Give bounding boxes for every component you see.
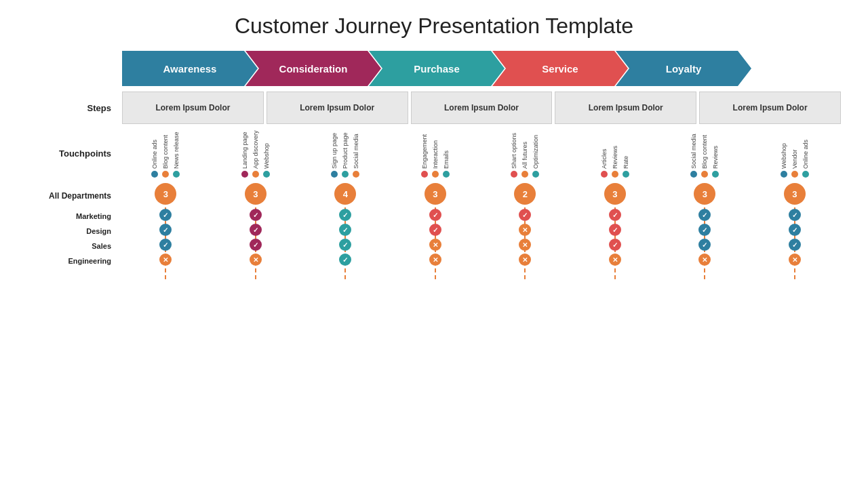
check-icon-4-2: ✕ (519, 239, 531, 251)
tp-item-1-0: Landing page (241, 128, 248, 178)
dept-col-6: 3✓✓✓✕ (661, 183, 749, 268)
tp-dot-3-1 (432, 171, 439, 178)
main-content: Awareness Consideration Purchase Service… (27, 51, 841, 268)
tp-item-7-0: Webshop (781, 128, 787, 178)
slide-title: Customer Journey Presentation Template (235, 14, 633, 39)
tp-dot-4-1 (521, 171, 528, 178)
tp-item-1-1: App discovery (252, 128, 259, 178)
tp-dot-7-1 (791, 171, 798, 178)
check-icon-2-2: ✓ (339, 239, 351, 251)
marketing-label: Marketing (76, 209, 111, 224)
tp-item-4-0: Shart options (511, 128, 517, 178)
dept-number-2: 4 (334, 183, 356, 205)
stage-awareness: Awareness (122, 51, 258, 86)
check-icon-2-1: ✓ (339, 224, 351, 236)
tp-item-4-2: Optimization (532, 128, 539, 178)
check-icon-0-2: ✓ (159, 239, 172, 251)
tp-group-1: Landing pageApp discoveryWebshop (212, 128, 300, 182)
check-icon-6-0: ✓ (698, 209, 711, 221)
check-icon-4-3: ✕ (519, 253, 531, 266)
dept-number-6: 3 (694, 183, 715, 205)
tp-dot-5-1 (612, 171, 618, 178)
tp-group-3: EngagementInteractionEmails (392, 128, 479, 182)
touchpoints-label: Touchpoints (27, 128, 122, 159)
dept-number-4: 2 (514, 183, 536, 205)
check-icon-1-1: ✓ (250, 224, 262, 236)
tp-dot-3-0 (421, 171, 428, 178)
stage-consideration: Consideration (245, 51, 381, 86)
step-cell-3: Lorem Ipsum Dolor (411, 92, 553, 124)
steps-label: Steps (27, 103, 122, 113)
tp-dot-1-0 (241, 171, 248, 178)
lower-data-cols: 3✓✓✓✕3✓✓✓✕4✓✓✓✓3✓✓✕✕2✓✕✕✕3✓✓✓✕3✓✓✓✕3✓✓✓✕ (122, 183, 841, 268)
steps-cells: Lorem Ipsum Dolor Lorem Ipsum Dolor Lore… (122, 92, 841, 124)
tp-item-0-2: News release (173, 128, 180, 178)
check-icon-1-3: ✕ (250, 253, 262, 266)
check-icon-2-3: ✓ (339, 253, 351, 266)
check-icon-5-3: ✕ (609, 253, 621, 266)
tp-item-7-2: Online ads (802, 128, 809, 178)
stage-purchase: Purchase (369, 51, 505, 86)
tp-item-6-1: Blog content (701, 128, 708, 178)
tp-dot-4-0 (511, 171, 517, 178)
tp-item-2-2: Social media (353, 128, 359, 178)
check-icon-7-2: ✓ (789, 239, 801, 251)
check-icon-6-2: ✓ (698, 239, 711, 251)
dept-col-2: 4✓✓✓✓ (302, 183, 389, 268)
dept-number-3: 3 (425, 183, 446, 205)
tp-dot-7-0 (781, 171, 787, 178)
tp-group-5: ArticlesReviewsRate (572, 128, 659, 182)
check-icon-5-0: ✓ (609, 209, 621, 221)
tp-group-7: WebshopVendorOnline ads (751, 128, 839, 182)
step-cell-1: Lorem Ipsum Dolor (122, 92, 264, 124)
tp-dot-0-1 (162, 171, 169, 178)
dept-number-0: 3 (155, 183, 176, 205)
tp-item-3-1: Interaction (432, 128, 439, 178)
dept-labels-col: All Departments Marketing Design Sales E… (27, 183, 122, 268)
dept-col-3: 3✓✓✕✕ (392, 183, 479, 268)
tp-group-6: Social mediaBlog contentReviews (661, 128, 749, 182)
dept-col-4: 2✓✕✕✕ (481, 183, 569, 268)
stage-loyalty: Loyalty (616, 51, 751, 86)
tp-item-1-2: Webshop (263, 128, 270, 178)
tp-group-0: Online adsBlog contentNews release (122, 128, 210, 182)
check-icon-4-0: ✓ (519, 209, 531, 221)
tp-dot-2-2 (353, 171, 359, 178)
check-icon-3-0: ✓ (429, 209, 441, 221)
tp-item-6-0: Social media (690, 128, 697, 178)
check-icon-3-2: ✕ (429, 239, 441, 251)
tp-dot-6-2 (712, 171, 719, 178)
tp-item-3-2: Emails (443, 128, 450, 178)
check-icon-0-1: ✓ (159, 224, 172, 236)
tp-item-6-2: Reviews (712, 128, 719, 178)
dept-col-7: 3✓✓✓✕ (751, 183, 839, 268)
stage-service: Service (492, 51, 628, 86)
tp-dot-1-2 (263, 171, 270, 178)
engineering-label: Engineering (68, 253, 111, 268)
lower-section: All Departments Marketing Design Sales E… (27, 183, 841, 268)
tp-dot-5-2 (623, 171, 629, 178)
check-icon-5-2: ✓ (609, 239, 621, 251)
check-icon-7-1: ✓ (789, 224, 801, 236)
tp-dot-3-2 (443, 171, 450, 178)
sales-label: Sales (92, 239, 111, 253)
tp-item-0-0: Online ads (151, 128, 158, 178)
tp-item-7-1: Vendor (791, 128, 798, 178)
tp-dot-6-0 (690, 171, 697, 178)
tp-dot-5-0 (601, 171, 608, 178)
tp-dot-2-0 (331, 171, 338, 178)
tp-dot-0-0 (151, 171, 158, 178)
check-icon-1-0: ✓ (250, 209, 262, 221)
tp-item-5-0: Articles (601, 128, 608, 178)
check-icon-5-1: ✓ (609, 224, 621, 236)
design-label: Design (86, 224, 111, 239)
check-icon-3-1: ✓ (429, 224, 441, 236)
tp-item-5-2: Rate (623, 128, 629, 178)
check-icon-0-0: ✓ (159, 209, 172, 221)
dept-number-7: 3 (784, 183, 806, 205)
stages-row: Awareness Consideration Purchase Service… (122, 51, 841, 86)
step-cell-2: Lorem Ipsum Dolor (267, 92, 408, 124)
touchpoints-row: Touchpoints Online adsBlog contentNews r… (27, 128, 841, 182)
tp-item-2-1: Product page (342, 128, 349, 178)
slide: Customer Journey Presentation Template A… (0, 0, 868, 488)
